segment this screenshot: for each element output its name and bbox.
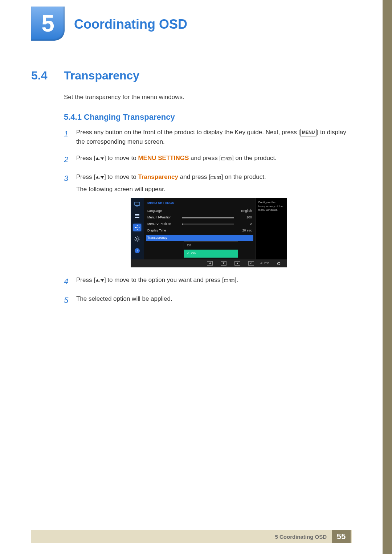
svg-marker-2 — [101, 157, 104, 160]
menu-key-icon: MENU — [300, 129, 317, 136]
up-icon: ▲ — [234, 261, 240, 266]
osd-row-label: Menu H-Position — [147, 215, 182, 220]
osd-row-label: Display Time — [147, 228, 182, 233]
section-intro: Set the transparency for the menu window… — [64, 94, 184, 101]
svg-text:/: / — [99, 157, 101, 161]
step-text: ] to move to the option you want and pre… — [104, 276, 224, 283]
svg-rect-15 — [136, 206, 138, 206]
step-number: 2 — [64, 153, 76, 166]
osd-row-language: Language English — [147, 208, 252, 214]
confirm-return-icon: / — [211, 175, 221, 180]
step-text: Press [ — [76, 173, 95, 180]
step-number: 3 — [64, 172, 76, 269]
svg-rect-23 — [137, 227, 138, 228]
svg-marker-37 — [96, 279, 99, 282]
step-text: and press [ — [189, 155, 221, 161]
svg-text:/: / — [99, 279, 101, 283]
svg-rect-40 — [224, 279, 228, 282]
step-number: 1 — [64, 128, 76, 147]
svg-marker-39 — [101, 279, 104, 282]
svg-line-31 — [139, 237, 139, 238]
svg-rect-3 — [221, 157, 225, 160]
svg-line-29 — [135, 237, 136, 238]
footer-page-number: 55 — [332, 530, 351, 543]
decorative-right-stripe — [383, 0, 392, 554]
confirm-return-icon: / — [221, 156, 232, 161]
section-title: Transparency — [64, 69, 139, 82]
svg-line-32 — [135, 241, 136, 241]
step-2: 2 Press [/] to move to MENU SETTINGS and… — [64, 153, 351, 166]
osd-help-text: Configure the transparency of the menu w… — [256, 198, 287, 259]
osd-row-transparency: Transparency — [146, 235, 253, 241]
osd-option-on: ✓On — [184, 250, 238, 258]
step-text: ] to move to — [104, 155, 138, 161]
svg-point-24 — [136, 238, 138, 240]
svg-rect-14 — [135, 202, 140, 205]
svg-marker-19 — [136, 225, 138, 226]
svg-marker-0 — [96, 157, 99, 160]
svg-rect-10 — [211, 176, 215, 179]
osd-row-vpos: Menu V-Position 2 — [147, 221, 252, 227]
transparency-label: Transparency — [138, 173, 178, 180]
auto-label: AUTO — [262, 261, 268, 266]
power-icon — [276, 261, 282, 266]
svg-marker-20 — [136, 229, 138, 230]
svg-line-30 — [139, 241, 139, 241]
move-icon — [133, 224, 141, 231]
step-1: 1 Press any button on the front of the p… — [64, 128, 351, 147]
osd-row-value: 20 sec — [236, 228, 252, 233]
svg-text:/: / — [99, 176, 101, 180]
step-text: ] to move to — [104, 173, 138, 180]
step-text: ] on the product. — [221, 173, 266, 180]
info-icon: i — [133, 247, 141, 254]
confirm-return-icon: / — [224, 278, 235, 283]
step-text: and press [ — [178, 173, 211, 180]
footer-bar: 5 Coordinating OSD 55 — [31, 530, 352, 543]
svg-marker-7 — [96, 176, 99, 178]
enter-icon: ↵ — [248, 261, 254, 266]
svg-text:i: i — [137, 249, 138, 253]
osd-row-displaytime: Display Time 20 sec — [147, 227, 252, 234]
up-down-icon: / — [95, 278, 104, 283]
svg-text:/: / — [226, 157, 227, 161]
step-number: 5 — [64, 294, 76, 307]
osd-header: MENU SETTINGS — [147, 201, 252, 206]
osd-screenshot: i MENU SETTINGS Language English Menu H-… — [131, 198, 287, 267]
step-text: The following screen will appear. — [76, 186, 166, 193]
down-icon: ▼ — [221, 261, 226, 266]
osd-row-label: Transparency — [147, 235, 182, 241]
gear-icon — [133, 235, 141, 243]
osd-sidebar: i — [131, 198, 144, 259]
chapter-title: Coordinating OSD — [74, 17, 187, 32]
step-text: Press [ — [76, 276, 95, 283]
step-5: 5 The selected option will be applied. — [64, 294, 351, 307]
osd-dropdown: Off ✓On — [184, 241, 238, 258]
step-text: ] on the product. — [232, 155, 277, 161]
up-down-icon: / — [95, 156, 104, 161]
chapter-badge: 5 — [31, 7, 65, 41]
steps-list: 1 Press any button on the front of the p… — [64, 128, 351, 313]
list-icon — [133, 212, 141, 219]
left-icon: ◄ — [207, 261, 213, 266]
step-text: ]. — [235, 276, 238, 283]
osd-row-value: 100 — [236, 215, 252, 220]
step-text: The selected option will be applied. — [76, 294, 351, 307]
svg-marker-22 — [139, 227, 140, 228]
svg-text:/: / — [215, 176, 216, 180]
svg-text:/: / — [229, 279, 230, 283]
osd-main-panel: MENU SETTINGS Language English Menu H-Po… — [144, 198, 256, 259]
osd-option-off: Off — [184, 242, 238, 250]
menu-settings-label: MENU SETTINGS — [138, 155, 189, 161]
osd-row-label: Language — [147, 209, 182, 214]
osd-row-hpos: Menu H-Position 100 — [147, 214, 252, 221]
osd-row-label: Menu V-Position — [147, 222, 182, 227]
footer-chapter-ref: 5 Coordinating OSD — [275, 534, 327, 540]
osd-bottom-bar: ◄ ▼ ▲ ↵ AUTO — [131, 259, 287, 267]
step-3: 3 Press [/] to move to Transparency and … — [64, 172, 351, 269]
section-number: 5.4 — [31, 69, 47, 82]
step-text: Press any button on the front of the pro… — [76, 129, 300, 136]
step-4: 4 Press [/] to move to the option you wa… — [64, 275, 351, 288]
monitor-icon — [133, 201, 141, 208]
step-text: Press [ — [76, 155, 95, 161]
osd-row-value: English — [236, 209, 252, 214]
